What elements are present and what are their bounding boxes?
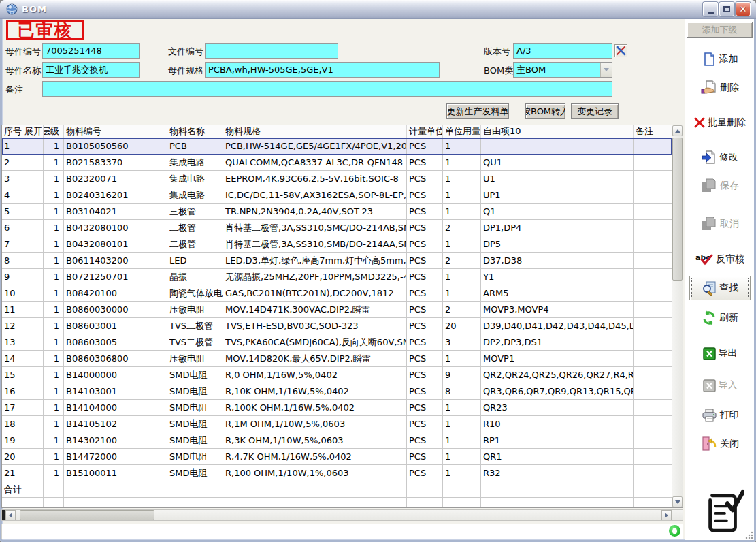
table-row[interactable]: 191B14302100SMD电阻R,3K OHM,1/10W,5%,0603P… <box>2 432 672 449</box>
table-cell[interactable]: B14000000 <box>64 367 167 383</box>
table-row[interactable]: 11B0105050560PCBPCB,HW-514GE,GE5/4GE1FX/… <box>2 138 672 155</box>
table-cell[interactable] <box>22 416 44 432</box>
table-cell[interactable] <box>634 204 672 220</box>
table-cell[interactable] <box>22 302 44 318</box>
table-cell[interactable]: 2 <box>2 155 22 171</box>
table-cell[interactable]: PCS <box>407 416 443 432</box>
table-cell[interactable]: QR3,QR6,QR7,QR9,QR13,QR15,QR18,Q <box>481 383 634 400</box>
table-cell[interactable]: 18 <box>2 416 22 432</box>
table-cell[interactable]: 20 <box>2 449 22 465</box>
table-cell[interactable]: 合计 <box>2 481 22 498</box>
table-cell[interactable]: R10 <box>481 416 634 432</box>
table-cell[interactable] <box>64 481 167 498</box>
table-cell[interactable]: QR23 <box>481 400 634 416</box>
table-cell[interactable]: PCS <box>407 269 443 285</box>
table-cell[interactable]: 13 <box>2 334 22 351</box>
table-cell[interactable]: PCS <box>407 383 443 400</box>
horizontal-scroll-thumb[interactable] <box>20 510 154 520</box>
table-cell[interactable]: 1 <box>443 187 481 204</box>
table-cell[interactable]: 19 <box>2 432 22 449</box>
table-cell[interactable]: SMD电阻 <box>167 432 223 449</box>
table-cell[interactable] <box>22 318 44 334</box>
table-cell[interactable] <box>443 498 481 507</box>
table-row[interactable]: 91B0721250701晶振无源晶振,25MHZ,20PF,10PPM,SMD… <box>2 269 672 285</box>
table-cell[interactable] <box>22 465 44 481</box>
table-cell[interactable]: R,100K OHM,1/16W,5%,0402 <box>223 400 407 416</box>
splitter-handle[interactable] <box>2 510 5 520</box>
table-cell[interactable]: 17 <box>2 400 22 416</box>
table-cell[interactable]: QR2,QR24,QR25,QR26,QR27,R4,R5,R6, <box>481 367 634 383</box>
table-cell[interactable]: PCS <box>407 220 443 236</box>
table-cell[interactable]: B14105102 <box>64 416 167 432</box>
table-cell[interactable]: 2 <box>443 302 481 318</box>
table-cell[interactable]: 7 <box>2 236 22 253</box>
table-cell[interactable] <box>22 481 44 498</box>
table-cell[interactable] <box>22 220 44 236</box>
table-cell[interactable]: B0611403200 <box>64 253 167 269</box>
table-cell[interactable]: GAS,BC201N(BTC201N),DC200V,1812 <box>223 285 407 302</box>
refresh-button[interactable]: 刷新 <box>687 308 753 328</box>
table-cell[interactable]: 压敏电阻 <box>167 351 223 367</box>
table-cell[interactable] <box>167 498 223 507</box>
table-cell[interactable]: B14302100 <box>64 432 167 449</box>
table-cell[interactable]: B14104000 <box>64 400 167 416</box>
update-production-list-button[interactable]: 更新生产发料单 <box>446 103 509 119</box>
table-cell[interactable] <box>22 285 44 302</box>
table-cell[interactable]: R,0 OHM,1/16W,5%,0402 <box>223 367 407 383</box>
table-cell[interactable]: MOV,14D820K,最大65V,DIP2,瞬雷 <box>223 351 407 367</box>
table-cell[interactable]: 8 <box>2 253 22 269</box>
maximize-button[interactable] <box>719 2 734 16</box>
table-cell[interactable] <box>22 236 44 253</box>
table-cell[interactable] <box>22 351 44 367</box>
table-cell[interactable] <box>2 498 22 507</box>
table-cell[interactable]: PCS <box>407 334 443 351</box>
table-cell[interactable]: SMD电阻 <box>167 367 223 383</box>
table-cell[interactable]: PCS <box>407 155 443 171</box>
table-cell[interactable]: 1 <box>443 236 481 253</box>
version-field[interactable] <box>513 43 612 59</box>
version-tools-button[interactable] <box>614 44 627 57</box>
column-header[interactable]: 单位用量 <box>443 125 481 138</box>
table-cell[interactable] <box>22 155 44 171</box>
table-cell[interactable]: PCS <box>407 253 443 269</box>
table-cell[interactable]: B15100011 <box>64 465 167 481</box>
table-row[interactable]: 21B021583370集成电路QUALCOMM,QCA8337-AL3C,DR… <box>2 155 672 171</box>
table-cell[interactable]: UP1 <box>481 187 634 204</box>
table-cell[interactable]: PCS <box>407 351 443 367</box>
table-cell[interactable] <box>22 432 44 449</box>
table-cell[interactable]: 1 <box>44 383 64 400</box>
table-cell[interactable] <box>223 498 407 507</box>
table-cell[interactable]: PCS <box>407 187 443 204</box>
table-cell[interactable]: QU1 <box>481 155 634 171</box>
table-row[interactable]: 111B0860030000压敏电阻MOV,14D471K,300VAC,DIP… <box>2 302 672 318</box>
table-cell[interactable]: 1 <box>44 416 64 432</box>
table-cell[interactable]: SMD电阻 <box>167 400 223 416</box>
scroll-right-button[interactable] <box>661 510 672 520</box>
table-cell[interactable] <box>22 187 44 204</box>
table-cell[interactable]: PCB <box>167 138 223 155</box>
table-cell[interactable]: 1 <box>44 204 64 220</box>
table-cell[interactable]: PCS <box>407 465 443 481</box>
table-cell[interactable]: B0432080101 <box>64 236 167 253</box>
table-row[interactable]: 31B02320071集成电路EEPROM,4K,93C66,2.5-5V,16… <box>2 171 672 187</box>
table-cell[interactable]: 1 <box>443 285 481 302</box>
table-cell[interactable]: 3 <box>2 171 22 187</box>
column-header[interactable]: 物料名称 <box>167 125 223 138</box>
table-cell[interactable]: B021583370 <box>64 155 167 171</box>
table-cell[interactable]: 1 <box>443 449 481 465</box>
table-cell[interactable]: 5 <box>2 204 22 220</box>
table-row[interactable]: 171B14104000SMD电阻R,100K OHM,1/16W,5%,040… <box>2 400 672 416</box>
table-cell[interactable] <box>634 481 672 498</box>
table-cell[interactable]: 1 <box>443 204 481 220</box>
table-cell[interactable] <box>64 498 167 507</box>
change-log-button[interactable]: 变更记录 <box>571 103 619 119</box>
table-cell[interactable]: B14472000 <box>64 449 167 465</box>
table-cell[interactable] <box>167 481 223 498</box>
table-cell[interactable] <box>22 449 44 465</box>
table-cell[interactable] <box>634 138 672 155</box>
table-cell[interactable]: QUALCOMM,QCA8337-AL3C,DR-QFN148 <box>223 155 407 171</box>
table-row[interactable]: 201B14472000SMD电阻R,4.7K OHM,1/16W,5%,040… <box>2 449 672 465</box>
vertical-scroll-thumb[interactable] <box>672 138 683 281</box>
table-cell[interactable]: 4 <box>2 187 22 204</box>
table-cell[interactable] <box>634 220 672 236</box>
